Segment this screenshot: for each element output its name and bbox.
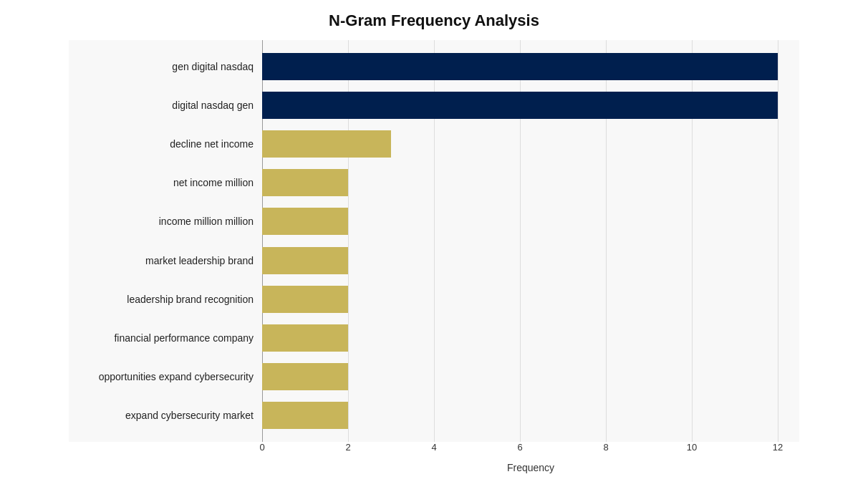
bar-fill: [262, 53, 778, 80]
chart-title: N-Gram Frequency Analysis: [329, 11, 539, 30]
bar-label: financial performance company: [69, 332, 262, 344]
bar-label: market leadership brand: [69, 255, 262, 266]
bar-fill: [262, 169, 348, 196]
bar-track: [262, 169, 778, 196]
bar-fill: [262, 247, 348, 274]
bar-label: digital nasdaq gen: [69, 100, 262, 111]
x-axis-area: 024681012 Frequency: [69, 442, 799, 473]
bar-row: digital nasdaq gen: [69, 87, 778, 124]
bar-fill: [262, 324, 348, 352]
x-axis-title: Frequency: [69, 462, 799, 473]
x-tick-label: 6: [517, 442, 522, 453]
bar-track: [262, 324, 778, 352]
bar-label: opportunities expand cybersecurity: [69, 371, 262, 382]
bar-row: expand cybersecurity market: [69, 397, 778, 434]
bar-label: leadership brand recognition: [69, 294, 262, 305]
bar-fill: [262, 286, 348, 313]
bar-row: gen digital nasdaq: [69, 48, 778, 85]
bar-track: [262, 130, 778, 158]
bar-track: [262, 208, 778, 235]
x-tick-label: 2: [345, 442, 350, 453]
x-tick-label: 8: [603, 442, 608, 453]
bar-track: [262, 402, 778, 429]
bar-fill: [262, 130, 391, 158]
bar-label: net income million: [69, 177, 262, 188]
bar-row: market leadership brand: [69, 242, 778, 279]
bar-fill: [262, 402, 348, 429]
bar-label: expand cybersecurity market: [69, 410, 262, 421]
x-tick-label: 10: [687, 442, 697, 453]
bar-track: [262, 53, 778, 80]
bar-fill: [262, 363, 348, 390]
bar-row: decline net income: [69, 125, 778, 163]
bar-track: [262, 363, 778, 390]
bar-row: net income million: [69, 164, 778, 201]
x-tick-label: 12: [773, 442, 783, 453]
bar-track: [262, 92, 778, 119]
bar-track: [262, 286, 778, 313]
bar-row: income million million: [69, 203, 778, 240]
x-tick-label: 0: [259, 442, 264, 453]
x-label-container: 024681012: [262, 442, 799, 459]
bar-fill: [262, 92, 778, 119]
grid-line: [778, 40, 778, 442]
x-tick-label: 4: [431, 442, 436, 453]
bar-row: leadership brand recognition: [69, 281, 778, 318]
bars-section: gen digital nasdaqdigital nasdaq gendecl…: [69, 47, 778, 435]
bar-label: decline net income: [69, 138, 262, 150]
bar-row: opportunities expand cybersecurity: [69, 358, 778, 395]
bar-track: [262, 247, 778, 274]
bar-row: financial performance company: [69, 319, 778, 357]
bar-fill: [262, 208, 348, 235]
bar-label: gen digital nasdaq: [69, 61, 262, 72]
chart-container: N-Gram Frequency Analysis gen digital na…: [0, 0, 868, 502]
chart-area: gen digital nasdaqdigital nasdaq gendecl…: [69, 40, 799, 442]
bar-label: income million million: [69, 216, 262, 227]
